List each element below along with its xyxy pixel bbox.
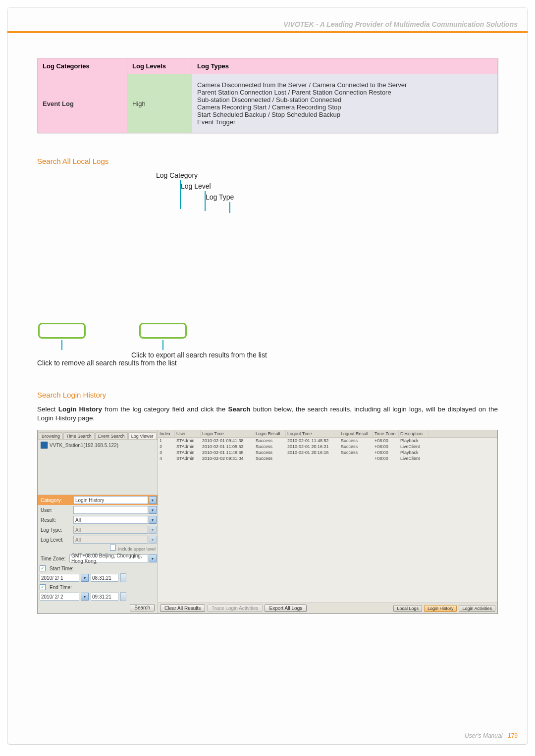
checkbox-start-time[interactable]: ✓ <box>40 565 46 571</box>
pointer-label-category: Log Category <box>156 171 198 179</box>
col-logout-result[interactable]: Logout Result <box>339 430 373 437</box>
th-types: Log Types <box>192 58 498 74</box>
results-pane: Index User Login Time Login Result Logou… <box>158 430 497 613</box>
export-all-logs-button[interactable]: Export All Logs <box>265 605 307 612</box>
col-logout-time[interactable]: Logout Time <box>286 430 339 437</box>
table-row[interactable]: 4STAdmin2010-02-02 09:31:04Success+08:00… <box>158 455 497 461</box>
button-highlight-row <box>37 323 498 350</box>
lbl-timezone: Time Zone: <box>39 556 69 561</box>
left-pane: Browsing Time Search Event Search Log Vi… <box>38 430 158 613</box>
tab-login-activities[interactable]: Login Activities <box>459 605 495 612</box>
lbl-result: Result: <box>39 517 73 523</box>
footer-text: User's Manual - <box>465 732 508 739</box>
lbl-category: Category: <box>39 498 73 503</box>
search-form: Category: Login History ▾ User: ▾ Result… <box>38 495 158 613</box>
tab-local-logs[interactable]: Local Logs <box>393 605 422 612</box>
lbl-loglevel: Log Level: <box>39 537 73 543</box>
section-login-history-body: Select Login History from the log catego… <box>37 405 498 423</box>
section-login-history-title: Search Login History <box>37 391 498 399</box>
th-categories: Log Categories <box>38 58 127 74</box>
col-index[interactable]: Index <box>158 430 175 437</box>
chevron-down-icon: ▾ <box>149 526 157 534</box>
lbl-user: User: <box>39 507 73 513</box>
section-search-all-title: Search All Local Logs <box>37 157 498 165</box>
col-time-zone[interactable]: Time Zone <box>373 430 399 437</box>
app-screenshot: Browsing Time Search Event Search Log Vi… <box>37 430 498 614</box>
station-icon <box>41 442 48 449</box>
page-footer: User's Manual - 179 <box>465 732 518 739</box>
checkbox-include-upper <box>110 545 116 551</box>
chevron-down-icon[interactable]: ▾ <box>81 593 89 601</box>
chevron-down-icon[interactable]: ▾ <box>149 516 157 524</box>
field-start-time[interactable]: 08:31:21 <box>91 574 118 582</box>
chevron-down-icon[interactable]: ▾ <box>149 496 157 504</box>
col-description[interactable]: Description <box>399 430 428 437</box>
field-end-time[interactable]: 09:31:21 <box>91 593 118 601</box>
caption-clear: Click to remove all search results from … <box>37 359 498 367</box>
td-level: High <box>127 74 192 133</box>
pointer-label-type: Log Type <box>206 193 234 201</box>
spinner-icon[interactable] <box>120 573 126 582</box>
spinner-icon[interactable] <box>120 592 126 601</box>
station-label: VVTK_Station1(192.168.5.122) <box>50 443 118 448</box>
td-types: Camera Disconnected from the Server / Ca… <box>192 74 498 133</box>
highlight-export-button <box>139 323 187 339</box>
header-title: VIVOTEK - A Leading Provider of Multimed… <box>283 20 518 28</box>
th-levels: Log Levels <box>127 58 192 74</box>
chevron-down-icon[interactable]: ▾ <box>81 574 89 582</box>
log-category-table: Log Categories Log Levels Log Types Even… <box>37 58 498 133</box>
tab-time-search[interactable]: Time Search <box>63 432 95 439</box>
trace-login-activities-button: Trace Login Activities <box>207 605 263 612</box>
lbl-include-upper: Include upper level <box>118 547 156 552</box>
field-end-date[interactable]: 2010/ 2/ 2 <box>40 593 79 601</box>
checkbox-end-time[interactable]: ✓ <box>40 584 46 590</box>
lbl-start-time: Start Time: <box>50 566 73 571</box>
pointer-label-level: Log Level <box>181 182 211 190</box>
tab-browsing[interactable]: Browsing <box>39 432 63 439</box>
table-row[interactable]: 3STAdmin2010-02-01 11:48:55Success2010-0… <box>158 450 497 455</box>
station-item[interactable]: VVTK_Station1(192.168.5.122) <box>38 440 158 451</box>
results-toolbar: Clear All Results Trace Login Activities… <box>158 603 497 613</box>
field-user[interactable] <box>73 506 148 514</box>
chevron-down-icon[interactable]: ▾ <box>149 554 157 562</box>
footer-page-number: 179 <box>508 732 518 739</box>
results-body: 1STAdmin2010-02-01 09:41:38Success2010-0… <box>158 438 497 603</box>
table-row[interactable]: 2STAdmin2010-02-01 11:05:53Success2010-0… <box>158 444 497 450</box>
search-button[interactable]: Search <box>130 604 155 611</box>
col-login-result[interactable]: Login Result <box>254 430 286 437</box>
field-logtype: All <box>73 526 148 534</box>
results-header: Index User Login Time Login Result Logou… <box>158 430 497 438</box>
col-login-time[interactable]: Login Time <box>201 430 254 437</box>
clear-all-results-button[interactable]: Clear All Results <box>160 605 205 612</box>
field-loglevel: All <box>73 536 148 544</box>
tab-event-search[interactable]: Event Search <box>95 432 128 439</box>
page-header: VIVOTEK - A Leading Provider of Multimed… <box>7 7 528 33</box>
tab-login-history[interactable]: Login History <box>424 605 457 612</box>
col-user[interactable]: User <box>175 430 201 437</box>
table-row[interactable]: 1STAdmin2010-02-01 09:41:38Success2010-0… <box>158 438 497 444</box>
field-category[interactable]: Login History <box>73 496 148 504</box>
lbl-logtype: Log Type: <box>39 527 73 533</box>
tab-log-viewer[interactable]: Log Viewer <box>128 432 157 439</box>
caption-export: Click to export all search results from … <box>131 351 498 359</box>
chevron-down-icon: ▾ <box>149 536 157 544</box>
chevron-down-icon[interactable]: ▾ <box>149 506 157 514</box>
left-tabs: Browsing Time Search Event Search Log Vi… <box>38 430 158 440</box>
td-category: Event Log <box>38 74 127 133</box>
lbl-end-time: End Time: <box>50 585 72 590</box>
field-start-date[interactable]: 2010/ 2/ 1 <box>40 574 79 582</box>
field-timezone[interactable]: GMT+08:00 Beijing, Chongqing, Hong Kong, <box>69 554 148 562</box>
field-result[interactable]: All <box>73 516 148 524</box>
highlight-clear-button <box>38 323 86 339</box>
label-pointer-diagram: Log Category Log Level Log Type <box>126 171 498 224</box>
